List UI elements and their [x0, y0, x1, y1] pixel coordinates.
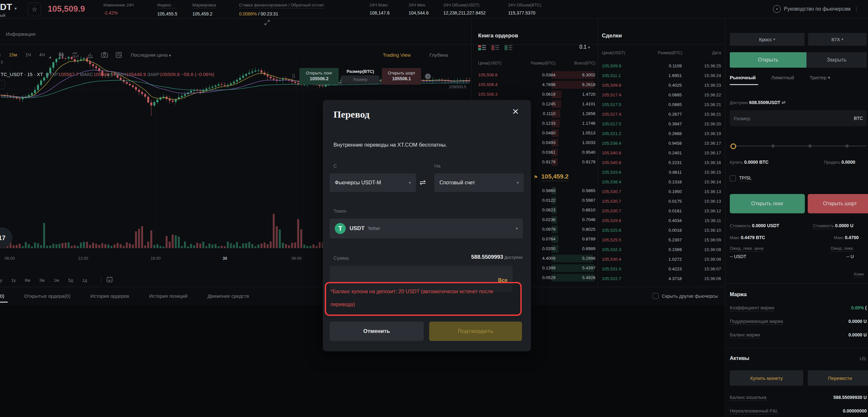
trade-row[interactable]: 105,540.80.240115:36:17: [602, 148, 721, 158]
order-book-row[interactable]: 105,508.44.78986.2618: [478, 80, 595, 90]
order-type-1[interactable]: Лимитный: [771, 75, 794, 81]
order-type-2[interactable]: Триггер ▾: [810, 75, 830, 81]
slider-stop[interactable]: [845, 144, 849, 148]
buy-coin-button[interactable]: Купить монету: [730, 370, 803, 386]
timeframe-м[interactable]: м: [0, 52, 1, 57]
range-1м[interactable]: 1м: [54, 278, 59, 282]
volume-chart-icon[interactable]: [87, 52, 93, 58]
bottom-tab-4[interactable]: Движение средств: [208, 293, 249, 299]
more-timeframes-icon[interactable]: ◢: [49, 55, 51, 59]
drag-handle-icon[interactable]: ⠿: [291, 73, 296, 80]
trade-row[interactable]: 105,517.40.267715:36:21: [602, 110, 721, 119]
chart-long-button[interactable]: Открыть лонг 105506.2: [299, 68, 339, 85]
calendar-icon[interactable]: [106, 276, 113, 284]
cancel-button[interactable]: Отменить: [330, 322, 424, 341]
candle-style-icon[interactable]: [58, 52, 64, 58]
assets-unit[interactable]: US: [860, 356, 866, 361]
range-3м[interactable]: 3м: [39, 278, 45, 282]
tpsl-toggle[interactable]: TP/SL: [730, 175, 752, 181]
order-book-row[interactable]: 105,508.80.03846.3002: [478, 70, 595, 80]
favorite-button[interactable]: ☆: [28, 3, 41, 16]
tab-close[interactable]: Закрыть: [806, 52, 867, 68]
open-long-button[interactable]: Открыть лонг: [730, 194, 805, 213]
trade-row[interactable]: 105,521.20.266815:36:19: [602, 129, 721, 139]
order-book-row[interactable]: 105,508.30.06191.4720: [478, 90, 595, 99]
bottom-tab-0[interactable]: 0): [0, 293, 4, 299]
bottom-tab-2[interactable]: История ордеров: [90, 293, 129, 299]
slider-stop[interactable]: [771, 144, 775, 148]
symbol-name[interactable]: DT ▾: [0, 2, 17, 12]
timeframe-15м[interactable]: 15м: [9, 52, 17, 57]
drawing-tool-box[interactable]: [0, 80, 5, 89]
leverage-button[interactable]: 87X ▾: [808, 33, 867, 46]
trade-row[interactable]: 105,517.50.086515:36:21: [602, 100, 721, 110]
book-mode-bids[interactable]: [504, 45, 512, 52]
range-6м[interactable]: 6м: [25, 278, 30, 282]
timeframe-4Ч[interactable]: 4Ч: [39, 52, 45, 57]
camera-icon[interactable]: [101, 52, 108, 58]
trade-row[interactable]: 105,517.50.394715:36:20: [602, 119, 721, 129]
timeframe-1Ч[interactable]: 1Ч: [26, 52, 31, 57]
tab-open[interactable]: Открыть: [730, 52, 806, 68]
margin-mode-button[interactable]: Кросс ▾: [730, 33, 805, 46]
open-short-button[interactable]: Открыть шорт: [808, 194, 868, 213]
swap-direction-icon[interactable]: ⇌: [420, 178, 426, 187]
size-slider[interactable]: [730, 143, 867, 149]
trade-row[interactable]: 105,538.40.131615:36:14: [602, 177, 721, 187]
range-1у[interactable]: 1у: [11, 278, 16, 282]
trade-row[interactable]: 105,529.60.403415:36:11: [602, 216, 721, 226]
trade-row[interactable]: 105,532.30.156915:36:08: [602, 245, 721, 255]
trade-row[interactable]: 105,530.70.195015:36:13: [602, 187, 721, 197]
trade-row[interactable]: 105,525.60.001815:36:10: [602, 226, 721, 235]
amount-label: Сумма: [334, 255, 349, 261]
token-select[interactable]: T USDT Tether ▾: [330, 218, 523, 238]
trade-row[interactable]: 105,525.55.230715:36:09: [602, 235, 721, 245]
trade-row[interactable]: 105,533.60.861115:36:15: [602, 168, 721, 177]
range-5д[interactable]: 5д: [68, 278, 73, 282]
trade-row[interactable]: 105,530.70.016115:36:12: [602, 206, 721, 216]
swap-icon[interactable]: ⇌: [782, 99, 786, 105]
trade-row[interactable]: 105,530.41.027215:36:08: [602, 255, 721, 264]
bottom-tab-3[interactable]: История позиций: [149, 293, 188, 299]
confirm-button[interactable]: Подтвердить: [429, 322, 522, 341]
futures-guide-link[interactable]: Руководство по фьючерсам |: [773, 5, 857, 13]
trade-row[interactable]: 105,517.40.068515:36:22: [602, 90, 721, 100]
trade-row[interactable]: 105,538.40.945815:36:17: [602, 139, 721, 148]
tpsl-checkbox[interactable]: [730, 175, 736, 181]
order-notes-icon[interactable]: [116, 52, 122, 58]
bottom-tab-1[interactable]: Открытые ордера(0): [24, 293, 70, 299]
trade-row[interactable]: 105,509.80.402515:36:23: [602, 81, 721, 90]
close-widget-icon[interactable]: ×: [425, 73, 431, 79]
close-icon[interactable]: ×: [512, 106, 519, 117]
trade-row[interactable]: 105,530.70.017515:36:13: [602, 197, 721, 206]
book-mode-both[interactable]: [478, 45, 486, 52]
range-у[interactable]: у: [0, 278, 2, 282]
trade-row[interactable]: 105,540.80.223115:36:16: [602, 158, 721, 168]
tab-information[interactable]: Информация: [6, 31, 35, 37]
order-type-0[interactable]: Рыночный: [730, 75, 755, 81]
divider: |: [856, 6, 857, 12]
trade-row[interactable]: 105,522.74.371815:36:06: [602, 274, 721, 284]
size-input[interactable]: Размер BTC: [730, 110, 867, 126]
range-1д[interactable]: 1д: [82, 278, 87, 282]
from-account-select[interactable]: Фьючерсы USDT-M▾: [330, 173, 416, 192]
slider-handle[interactable]: [731, 143, 736, 149]
trade-row[interactable]: 105,511.11.695115:36:24: [602, 71, 721, 81]
chart-size-input[interactable]: Размер: [341, 76, 379, 84]
tab-depth[interactable]: Глубина: [430, 52, 448, 58]
indicators-icon[interactable]: [72, 52, 79, 58]
trade-row[interactable]: 105,531.00.422315:36:07: [602, 264, 721, 274]
slider-stop[interactable]: [808, 144, 812, 148]
precision-dropdown[interactable]: 0.1 ▾: [579, 44, 590, 50]
to-label: На: [434, 163, 440, 169]
tab-trading-view[interactable]: Trading View: [383, 52, 411, 58]
trade-row[interactable]: 105,509.90.110915:36:25: [602, 61, 721, 71]
expand-icon[interactable]: [264, 20, 270, 27]
hide-other-futures[interactable]: Скрыть другие фьючерсы: [652, 293, 718, 299]
price-mode-dropdown[interactable]: Последняя цена ▾: [131, 52, 171, 58]
book-mode-asks[interactable]: [491, 45, 499, 52]
chart-short-button[interactable]: Открыть шорт 105506.1: [382, 68, 421, 85]
transfer-button[interactable]: Перевести: [808, 370, 868, 386]
hide-futures-checkbox[interactable]: [652, 293, 658, 299]
to-account-select[interactable]: Спотовый счет▾: [434, 173, 524, 192]
